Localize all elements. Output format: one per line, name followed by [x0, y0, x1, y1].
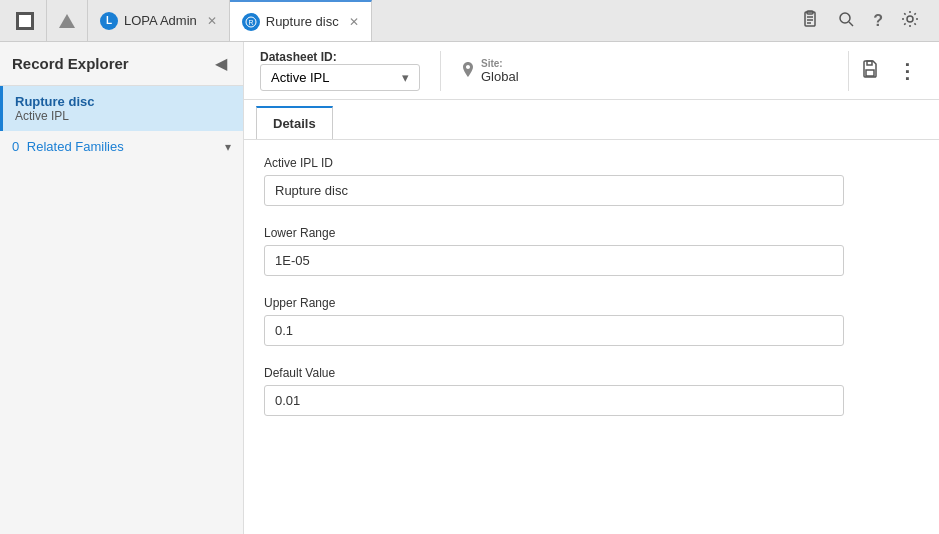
triangle-icon	[59, 14, 75, 28]
rupture-icon: R	[242, 13, 260, 31]
label-lower-range: Lower Range	[264, 226, 919, 240]
svg-text:R: R	[248, 19, 253, 26]
sidebar-title: Record Explorer	[12, 55, 129, 72]
header-divider	[440, 51, 441, 91]
top-actions: ?	[785, 6, 935, 36]
settings-button[interactable]	[897, 6, 923, 36]
tab-rupture-label: Rupture disc	[266, 14, 339, 29]
tab-details[interactable]: Details	[256, 106, 333, 139]
header-actions: ⋮	[848, 51, 923, 91]
sidebar-record-title: Rupture disc	[15, 94, 231, 109]
tab-lopa-close[interactable]: ✕	[207, 14, 217, 28]
sidebar-record-item[interactable]: Rupture disc Active IPL	[0, 86, 243, 131]
content-area: Datasheet ID: Active IPL ▾ Site: Global	[244, 42, 939, 534]
svg-point-9	[840, 13, 850, 23]
tab-bar: ⊞ L LOPA Admin ✕ R Rupture disc ✕ ?	[0, 0, 939, 42]
field-lower-range: Lower Range	[264, 226, 919, 276]
clipboard-button[interactable]	[797, 6, 823, 36]
content-header: Datasheet ID: Active IPL ▾ Site: Global	[244, 42, 939, 100]
search-button[interactable]	[833, 6, 859, 36]
svg-point-11	[907, 16, 913, 22]
home-icon: ⊞	[16, 12, 34, 30]
actions-divider	[848, 51, 849, 91]
tab-rupture-close[interactable]: ✕	[349, 15, 359, 29]
input-default-value[interactable]	[264, 385, 844, 416]
svg-rect-12	[866, 70, 874, 76]
field-default-value: Default Value	[264, 366, 919, 416]
related-families-label: 0 Related Families	[12, 139, 124, 154]
related-text: Related Families	[27, 139, 124, 154]
label-default-value: Default Value	[264, 366, 919, 380]
sidebar-header: Record Explorer ◀	[0, 42, 243, 86]
sidebar-collapse-button[interactable]: ◀	[211, 52, 231, 75]
location-icon	[461, 62, 475, 80]
input-lower-range[interactable]	[264, 245, 844, 276]
tab-home[interactable]: ⊞	[4, 0, 47, 41]
site-info: Site: Global	[461, 58, 519, 84]
tab-lopa[interactable]: L LOPA Admin ✕	[88, 0, 230, 41]
svg-rect-13	[867, 61, 872, 65]
lopa-icon: L	[100, 12, 118, 30]
label-active-ipl-id: Active IPL ID	[264, 156, 919, 170]
label-upper-range: Upper Range	[264, 296, 919, 310]
main-layout: Record Explorer ◀ Rupture disc Active IP…	[0, 42, 939, 534]
related-count: 0	[12, 139, 19, 154]
sidebar-related-families[interactable]: 0 Related Families ▾	[0, 131, 243, 162]
form-content: Active IPL ID Lower Range Upper Range De…	[244, 140, 939, 534]
datasheet-select[interactable]: Active IPL ▾	[260, 64, 420, 91]
select-arrow-icon: ▾	[402, 70, 409, 85]
save-button[interactable]	[855, 56, 885, 86]
datasheet-id-label: Datasheet ID:	[260, 50, 420, 64]
related-families-chevron: ▾	[225, 140, 231, 154]
tab-lopa-label: LOPA Admin	[124, 13, 197, 28]
input-upper-range[interactable]	[264, 315, 844, 346]
tab-rupture[interactable]: R Rupture disc ✕	[230, 0, 372, 41]
tab-triangle[interactable]	[47, 0, 88, 41]
sidebar-record-subtitle: Active IPL	[15, 109, 231, 123]
input-active-ipl-id[interactable]	[264, 175, 844, 206]
tabs-bar: Details	[244, 100, 939, 140]
field-upper-range: Upper Range	[264, 296, 919, 346]
datasheet-select-value: Active IPL	[271, 70, 330, 85]
datasheet-id-section: Datasheet ID: Active IPL ▾	[260, 50, 420, 91]
site-label: Site:	[481, 58, 519, 69]
sidebar: Record Explorer ◀ Rupture disc Active IP…	[0, 42, 244, 534]
site-value: Global	[481, 69, 519, 84]
svg-text:⊞: ⊞	[22, 18, 29, 27]
svg-line-10	[849, 22, 853, 26]
field-active-ipl-id: Active IPL ID	[264, 156, 919, 206]
more-options-button[interactable]: ⋮	[891, 55, 923, 87]
help-button[interactable]: ?	[869, 8, 887, 34]
